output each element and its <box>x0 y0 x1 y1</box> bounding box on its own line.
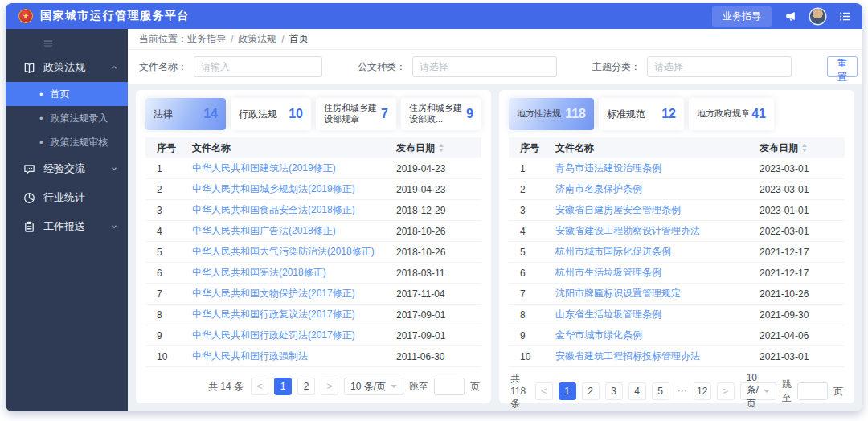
document-name-cell: 中华人民共和国大气污染防治法(2018修正) <box>192 245 396 259</box>
document-link[interactable]: 中华人民共和国大气污染防治法(2018修正) <box>192 245 396 259</box>
document-link[interactable]: 中华人民共和国行政处罚法(2017修正) <box>192 329 396 342</box>
table-body: 1中华人民共和国建筑法(2019修正)2019-04-232中华人民共和国城乡规… <box>145 158 481 367</box>
tab-地方政府规章[interactable]: 地方政府规章41 <box>689 98 774 130</box>
list-icon[interactable] <box>839 10 851 22</box>
document-name-cell: 金华市城市绿化条例 <box>555 329 760 342</box>
chevron-up-icon <box>110 63 118 72</box>
page-button-2[interactable]: 2 <box>582 382 600 400</box>
table-row: 8山东省生活垃圾管理条例2021-09-30 <box>509 305 845 325</box>
jump-page-input[interactable] <box>434 378 465 395</box>
breadcrumb-separator: / <box>281 34 284 45</box>
column-header-date[interactable]: 发布日期 <box>396 141 481 155</box>
document-link[interactable]: 安徽省自建房屋安全管理条例 <box>555 203 760 217</box>
row-index: 8 <box>509 309 555 321</box>
next-page-button[interactable]: > <box>321 378 338 395</box>
table-row: 6中华人民共和国宪法(2018修正)2018-03-11 <box>145 263 481 284</box>
tab-count: 41 <box>751 107 766 121</box>
sidebar-item-experience-exchange[interactable]: 经验交流 <box>6 154 128 183</box>
row-index: 8 <box>145 309 192 321</box>
more-pages-button[interactable]: ··· <box>675 382 688 400</box>
table-body: 1青岛市违法建设治理条例2023-03-012济南市名泉保护条例2023-03-… <box>509 158 845 367</box>
tab-行政法规[interactable]: 行政法规10 <box>231 98 311 130</box>
sidebar-item-home[interactable]: • 首页 <box>6 82 128 106</box>
table-row: 2中华人民共和国城乡规划法(2019修正)2019-04-23 <box>145 179 481 200</box>
tab-bar: 地方性法规118标准规范12地方政府规章41 <box>509 98 845 130</box>
document-link[interactable]: 济南市名泉保护条例 <box>555 182 760 196</box>
tab-法律[interactable]: 法律14 <box>145 98 226 130</box>
document-link[interactable]: 中华人民共和国食品安全法(2018修正) <box>192 203 396 217</box>
document-link[interactable]: 中华人民共和国宪法(2018修正) <box>192 266 396 280</box>
file-name-input[interactable] <box>194 56 322 77</box>
document-link[interactable]: 中华人民共和国建筑法(2019修正) <box>192 161 396 175</box>
document-name-cell: 安徽省建筑工程招标投标管理办法 <box>555 349 760 363</box>
document-link[interactable]: 杭州市城市国际化促进条例 <box>555 245 760 259</box>
page-size-select[interactable]: 10 条/页 <box>740 382 776 400</box>
business-guidance-button[interactable]: 业务指导 <box>712 6 772 27</box>
breadcrumb-item[interactable]: 业务指导 <box>187 32 226 46</box>
document-link[interactable]: 山东省生活垃圾管理条例 <box>555 308 760 321</box>
sidebar-item-label: 政策法规 <box>43 60 85 75</box>
next-page-button[interactable]: > <box>717 382 735 400</box>
publish-date: 2017-11-04 <box>396 288 481 300</box>
menu-collapse-icon[interactable] <box>43 38 54 49</box>
pagination: 共 118 条<12345···12>10 条/页跳至页 <box>509 367 845 411</box>
tab-count: 12 <box>661 107 676 121</box>
tab-标准规范[interactable]: 标准规范12 <box>599 98 684 130</box>
page-size-select[interactable]: 10 条/页 <box>344 378 403 395</box>
page-button-2[interactable]: 2 <box>297 378 315 395</box>
document-link[interactable]: 中华人民共和国行政强制法 <box>192 349 396 363</box>
page-button-1[interactable]: 1 <box>559 382 576 400</box>
page-button-3[interactable]: 3 <box>605 382 623 400</box>
sidebar-item-label: 工作报送 <box>43 219 85 234</box>
sidebar-item-label: 经验交流 <box>43 161 85 176</box>
column-header-name: 文件名称 <box>192 141 396 155</box>
document-name-cell: 中华人民共和国食品安全法(2018修正) <box>192 203 396 217</box>
page-unit-label: 页 <box>470 380 480 394</box>
user-avatar[interactable] <box>810 9 825 24</box>
topic-category-select[interactable] <box>647 56 792 77</box>
prev-page-button[interactable]: < <box>535 382 553 400</box>
page-button-1[interactable]: 1 <box>274 378 292 395</box>
publish-date: 2019-04-23 <box>396 184 481 195</box>
announcement-icon[interactable] <box>785 10 796 22</box>
document-link[interactable]: 中华人民共和国广告法(2018修正) <box>192 224 396 238</box>
reset-button[interactable]: 重置 <box>827 56 858 77</box>
prev-page-button[interactable]: < <box>251 378 268 395</box>
column-header-date[interactable]: 发布日期 <box>760 141 845 155</box>
document-link[interactable]: 中华人民共和国行政复议法(2017修正) <box>192 308 396 321</box>
document-link[interactable]: 杭州市生活垃圾管理条例 <box>555 266 760 280</box>
document-name-cell: 杭州市城市国际化促进条例 <box>555 245 760 259</box>
sidebar-item-policy-laws[interactable]: 政策法规 <box>6 53 128 82</box>
page-button-5[interactable]: 5 <box>652 382 669 400</box>
tab-label: 地方政府规章 <box>697 108 750 120</box>
sort-icon[interactable] <box>802 144 807 152</box>
tab-住房和城乡建设部规章[interactable]: 住房和城乡建设部规章7 <box>316 98 396 130</box>
page-button-4[interactable]: 4 <box>628 382 646 400</box>
document-name-cell: 中华人民共和国行政强制法 <box>192 349 396 363</box>
row-index: 6 <box>509 268 555 279</box>
document-link[interactable]: 中华人民共和国文物保护法(2017修正) <box>192 287 396 300</box>
row-index: 3 <box>145 205 192 216</box>
sidebar-item-policy-review[interactable]: • 政策法规审核 <box>6 130 128 154</box>
publish-date: 2019-04-23 <box>396 163 481 174</box>
document-link[interactable]: 中华人民共和国城乡规划法(2019修正) <box>192 182 396 196</box>
sidebar-item-work-report[interactable]: 工作报送 <box>6 212 128 241</box>
tab-住房和城乡建设部政...[interactable]: 住房和城乡建设部政...9 <box>401 98 481 130</box>
breadcrumb-item[interactable]: 政策法规 <box>238 32 276 46</box>
document-link[interactable]: 青岛市违法建设治理条例 <box>555 161 760 175</box>
page-button-12[interactable]: 12 <box>694 382 711 400</box>
tab-地方性法规[interactable]: 地方性法规118 <box>509 98 594 130</box>
publish-date: 2021-03-01 <box>760 351 845 362</box>
sidebar-item-policy-entry[interactable]: • 政策法规录入 <box>6 106 128 130</box>
document-link[interactable]: 沈阳市牌匾标识设置管理规定 <box>555 287 760 300</box>
document-link[interactable]: 安徽省建筑工程招标投标管理办法 <box>555 349 760 363</box>
document-name-cell: 青岛市违法建设治理条例 <box>555 161 760 175</box>
sidebar-item-industry-statistics[interactable]: 行业统计 <box>6 183 128 212</box>
document-link[interactable]: 金华市城市绿化条例 <box>555 329 760 342</box>
page-unit-label: 页 <box>833 385 843 399</box>
jump-page-input[interactable] <box>797 382 828 400</box>
sort-icon[interactable] <box>439 144 444 152</box>
document-link[interactable]: 安徽省建设工程勘察设计管理办法 <box>555 224 760 238</box>
document-type-select[interactable] <box>412 56 557 77</box>
report-icon <box>23 221 35 233</box>
